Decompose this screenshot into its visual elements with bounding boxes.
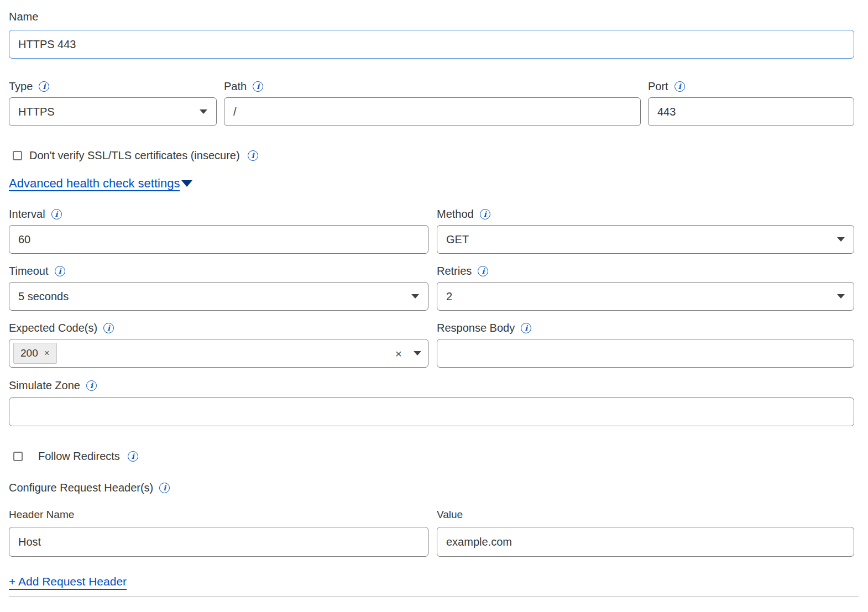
advanced-settings-toggle[interactable]: Advanced health check settings	[9, 176, 854, 191]
info-icon[interactable]: i	[253, 81, 263, 92]
remove-tag-icon[interactable]: ×	[44, 348, 50, 359]
type-field-group: Type i HTTPS	[9, 79, 217, 126]
name-input[interactable]	[9, 30, 854, 59]
interval-method-row: Interval i Method i GET	[9, 206, 854, 254]
interval-input[interactable]	[9, 225, 428, 254]
health-check-form: Name Type i HTTPS Path i Port i	[0, 0, 868, 597]
info-icon[interactable]: i	[159, 483, 170, 493]
info-icon[interactable]: i	[480, 209, 490, 219]
retries-field-group: Retries i 2	[437, 263, 854, 311]
info-icon[interactable]: i	[478, 266, 488, 276]
timeout-label: Timeout	[9, 263, 49, 279]
method-field-group: Method i GET	[437, 206, 854, 254]
timeout-select[interactable]: 5 seconds	[9, 282, 428, 311]
header-value-input[interactable]	[437, 527, 854, 557]
multiselect-controls: ×	[395, 348, 421, 359]
interval-label: Interval	[9, 206, 45, 222]
info-icon[interactable]: i	[674, 81, 685, 92]
port-label: Port	[648, 79, 668, 94]
code-tag-value: 200	[20, 347, 38, 359]
port-input[interactable]	[648, 97, 854, 126]
path-label: Path	[224, 79, 247, 94]
retries-select[interactable]: 2	[437, 282, 854, 311]
info-icon[interactable]: i	[248, 150, 258, 161]
info-icon[interactable]: i	[128, 451, 138, 462]
info-icon[interactable]: i	[51, 209, 62, 219]
header-name-field-group: Header Name	[9, 507, 428, 557]
clear-icon[interactable]: ×	[395, 348, 402, 359]
follow-redirects-checkbox[interactable]	[13, 452, 23, 461]
header-value-field-group: Value	[437, 507, 854, 557]
response-body-field-group: Response Body i	[437, 320, 854, 368]
method-select-value: GET	[446, 233, 469, 246]
method-label: Method	[437, 206, 474, 222]
info-icon[interactable]: i	[86, 380, 97, 391]
type-path-port-row: Type i HTTPS Path i Port i	[9, 79, 854, 126]
request-headers-label: Configure Request Header(s)	[9, 480, 153, 495]
verify-ssl-checkbox[interactable]	[13, 151, 22, 160]
method-select[interactable]: GET	[437, 225, 854, 254]
info-icon[interactable]: i	[103, 323, 114, 333]
add-request-header-link[interactable]: + Add Request Header	[9, 575, 127, 588]
type-select-value: HTTPS	[18, 106, 55, 118]
port-field-group: Port i	[648, 79, 854, 126]
header-name-label: Header Name	[9, 507, 74, 521]
header-value-label: Value	[437, 507, 463, 521]
timeout-retries-row: Timeout i 5 seconds Retries i 2	[9, 263, 854, 311]
header-name-input[interactable]	[9, 527, 428, 557]
info-icon[interactable]: i	[55, 266, 65, 276]
chevron-down-icon	[200, 109, 207, 114]
response-body-label: Response Body	[437, 320, 515, 336]
timeout-select-value: 5 seconds	[18, 290, 69, 303]
follow-redirects-label: Follow Redirects	[38, 450, 120, 463]
simulate-zone-label: Simulate Zone	[9, 378, 80, 393]
path-input[interactable]	[224, 97, 641, 126]
interval-field-group: Interval i	[9, 206, 428, 254]
retries-label: Retries	[437, 263, 472, 279]
simulate-zone-input[interactable]	[9, 397, 854, 426]
request-headers-section: Configure Request Header(s) i	[9, 480, 854, 495]
verify-ssl-row: Don't verify SSL/TLS certificates (insec…	[13, 149, 854, 162]
advanced-settings-link[interactable]: Advanced health check settings	[9, 176, 180, 191]
section-divider	[9, 596, 859, 597]
code-tag: 200 ×	[13, 343, 57, 364]
chevron-down-icon	[411, 294, 419, 299]
path-field-group: Path i	[224, 79, 641, 126]
name-label: Name	[9, 9, 38, 24]
type-select[interactable]: HTTPS	[9, 97, 217, 126]
triangle-down-icon	[181, 180, 192, 187]
expected-codes-label: Expected Code(s)	[9, 320, 97, 336]
verify-ssl-label: Don't verify SSL/TLS certificates (insec…	[29, 149, 240, 162]
chevron-down-icon[interactable]	[414, 351, 421, 355]
expected-codes-field-group: Expected Code(s) i 200 × ×	[9, 320, 428, 368]
type-label: Type	[9, 79, 33, 94]
info-icon[interactable]: i	[39, 81, 49, 92]
follow-redirects-row: Follow Redirects i	[13, 450, 854, 463]
info-icon[interactable]: i	[521, 323, 531, 333]
header-row: Header Name Value	[9, 507, 854, 557]
chevron-down-icon	[837, 237, 845, 242]
expected-codes-multiselect[interactable]: 200 × ×	[9, 339, 428, 368]
retries-select-value: 2	[446, 290, 452, 303]
response-body-input[interactable]	[437, 339, 854, 368]
simulate-zone-field-group: Simulate Zone i	[9, 378, 854, 426]
timeout-field-group: Timeout i 5 seconds	[9, 263, 428, 311]
name-field-group: Name	[9, 9, 854, 59]
chevron-down-icon	[837, 294, 845, 299]
codes-body-row: Expected Code(s) i 200 × × Response Body…	[9, 320, 854, 368]
